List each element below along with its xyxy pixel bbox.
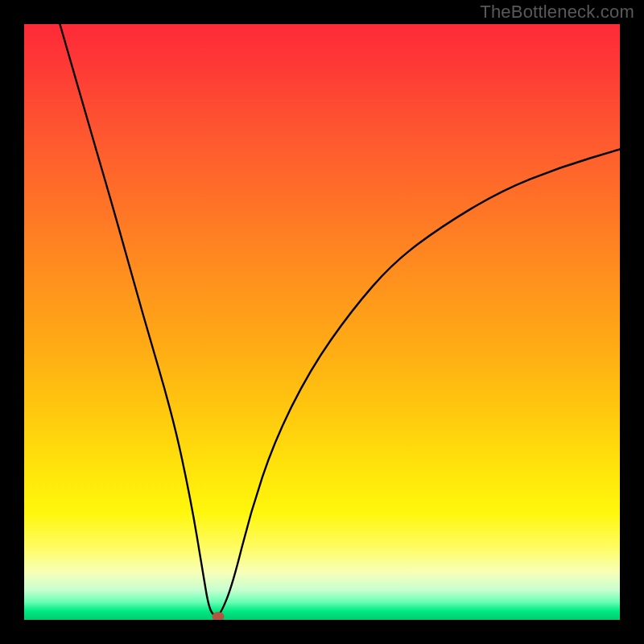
curve-svg	[24, 24, 620, 620]
optimal-point-marker	[212, 612, 224, 620]
bottleneck-curve	[60, 24, 620, 616]
chart-frame: TheBottleneck.com	[0, 0, 644, 644]
plot-area	[24, 24, 620, 620]
watermark-text: TheBottleneck.com	[480, 2, 634, 23]
